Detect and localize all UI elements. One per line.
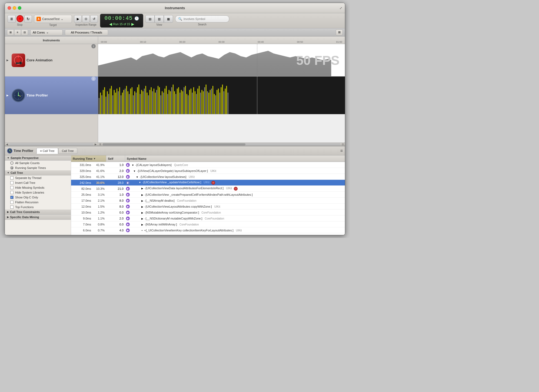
threads-select[interactable]: All Processes / Threads — [65, 29, 108, 35]
sidebar-running-samples[interactable]: Running Sample Times — [5, 165, 71, 170]
pause-button[interactable]: ⏸ — [8, 15, 16, 23]
show-objc-checkbox[interactable]: ✓ — [10, 196, 14, 199]
expand-icon[interactable]: ▶ — [141, 205, 143, 208]
minimize-button[interactable] — [13, 6, 16, 10]
inspection-pause-button[interactable]: ⊙ — [82, 15, 90, 23]
tp-expand-icon[interactable]: ▶ — [5, 77, 10, 114]
top-functions-item[interactable]: Top Functions — [5, 205, 71, 210]
vm-detail-button[interactable]: ⊟ — [21, 29, 28, 35]
tree-row[interactable]: 9.0ms 1.1% 2.0 ▶ ▶ -[__NSDictionaryM mut… — [71, 215, 345, 221]
separate-by-thread-item[interactable]: Separate by Thread — [5, 175, 71, 180]
all-samples-radio[interactable] — [10, 161, 14, 165]
vm-grid-button[interactable]: ⊞ — [7, 29, 14, 35]
expand-icon[interactable]: ⤢ — [340, 6, 342, 10]
timeline-scrollbar[interactable]: ⊞ ⊟ — [98, 142, 345, 146]
inspection-start-button[interactable]: ▶ — [74, 15, 82, 23]
instruments-scrollbar[interactable]: ◀ ▶ — [5, 142, 98, 146]
fullscreen-button[interactable] — [18, 6, 21, 10]
view-left-button[interactable]: ▤ — [145, 15, 155, 23]
tree-row[interactable]: 325.0ms 41.1% 12.0 ▶ ▼ -[UICollectionVie… — [71, 174, 345, 180]
expand-icon[interactable]: + — [141, 229, 143, 232]
timer-next-button[interactable]: ▶ — [131, 22, 134, 26]
target-select[interactable]: A CarouselTest ⌄ — [34, 15, 72, 23]
tree-row[interactable]: 7.0ms 0.8% 0.0 ▶ ▶ -[NSArray initWithArr… — [71, 221, 345, 227]
timer-prev-button[interactable]: ◀ — [109, 22, 112, 26]
method-name: -[UICollectionViewLayoutAttributes copyW… — [145, 205, 212, 208]
close-button[interactable] — [8, 6, 11, 10]
data-mining-header[interactable]: ▶ Specific Data Mining — [5, 215, 71, 220]
time-profiler-row[interactable]: ▶ — [5, 77, 98, 114]
svg-rect-69 — [170, 91, 171, 114]
svg-rect-62 — [160, 95, 161, 114]
ca-expand-icon[interactable]: ▶ — [5, 44, 10, 76]
tl-scrollbar-track[interactable] — [102, 143, 341, 145]
top-functions-checkbox[interactable] — [10, 205, 14, 209]
bottom-menu-button[interactable]: ≡ — [340, 148, 343, 153]
tree-row[interactable]: 329.0ms 41.6% 2.0 ▶ ▼ -[UIView(CALayerDe… — [71, 168, 345, 174]
tree-row[interactable]: 25.0ms 3.1% 1.0 ▶ ▶ -[UICollectionView _… — [71, 192, 345, 198]
scrollbar-track[interactable] — [9, 143, 94, 145]
expand-icon[interactable]: ▶ — [141, 200, 143, 202]
expand-icon[interactable]: ▼ — [132, 164, 134, 167]
tree-row-highlighted[interactable]: 242.0ms 30.6% 28.0 ▶ ▼ -[UICollectionVie… — [71, 180, 345, 186]
ca-icon — [12, 54, 25, 67]
expand-icon[interactable]: ▼ — [133, 170, 136, 172]
hide-missing-checkbox[interactable] — [10, 186, 14, 189]
dm-triangle-icon: ▶ — [7, 216, 9, 218]
refresh-button[interactable]: ↻ — [24, 15, 32, 23]
navigate-icon2[interactable]: → — [234, 187, 238, 191]
vm-list-button[interactable]: ≡ — [14, 29, 21, 35]
show-objc-item[interactable]: ✓ Show Obj-C Only — [5, 195, 71, 200]
record-button[interactable] — [16, 15, 24, 22]
separate-thread-checkbox[interactable] — [10, 176, 14, 180]
svg-rect-36 — [125, 89, 125, 114]
hide-system-checkbox[interactable] — [10, 191, 14, 194]
expand-icon[interactable]: ▶ — [141, 211, 143, 214]
tp-info-button[interactable]: i — [91, 77, 96, 81]
expand-icon[interactable]: ▼ — [136, 176, 138, 178]
cores-select[interactable]: All Cores ⌄ — [30, 29, 63, 35]
tree-row[interactable]: 331.0ms 41.9% 1.0 ▶ ▼ -[CALayer layoutSu… — [71, 162, 345, 168]
expand-icon[interactable]: ▶ — [141, 194, 143, 196]
scroll-left-icon[interactable]: ◀ — [6, 143, 8, 146]
sample-perspective-label: Sample Perspective — [11, 156, 39, 160]
tree-row[interactable]: 10.0ms 1.2% 0.0 ▶ ▶ -[NSMutableArray sor… — [71, 210, 345, 215]
navigate-icon[interactable]: → — [211, 181, 215, 185]
scroll-right-icon[interactable]: ▶ — [95, 143, 97, 146]
col-running-time[interactable]: Running Time ▼ — [71, 155, 106, 162]
tree-row[interactable]: 12.0ms 1.5% 8.0 ▶ ▶ -[UICollectionViewLa… — [71, 204, 345, 210]
timer-time: 00:00:45 — [104, 15, 132, 21]
cell-pct: 2.1% — [93, 199, 106, 202]
tab-call-tree-1[interactable]: ≡ Call Tree — [36, 148, 58, 154]
expand-icon[interactable]: ▼ — [139, 181, 141, 184]
tab-call-tree-2[interactable]: Call Tree — [58, 148, 77, 154]
sidebar-all-samples[interactable]: All Sample Counts — [5, 161, 71, 165]
col-self[interactable]: Self — [106, 155, 125, 162]
inspection-stop-button[interactable]: ↺ — [90, 15, 98, 23]
view-center-button[interactable]: ▥ — [155, 15, 164, 23]
expand-icon[interactable]: ▶ — [141, 223, 143, 226]
expand-icon[interactable]: ▶ — [141, 217, 143, 220]
invert-call-tree-item[interactable]: Invert Call Tree — [5, 180, 71, 185]
core-animation-row[interactable]: ▶ Core Animation i — [5, 44, 98, 77]
ca-info-button[interactable]: i — [91, 44, 96, 48]
cell-icon: ▶ — [125, 193, 131, 197]
tree-row[interactable]: 82.0ms 10.3% 21.0 ▶ ▶ -[UICollectionView… — [71, 186, 345, 192]
hide-missing-item[interactable]: Hide Missing Symbols — [5, 185, 71, 190]
cell-self: 0.0 — [106, 211, 125, 214]
svg-rect-98 — [210, 90, 211, 114]
tree-row[interactable]: 6.0ms 0.7% 4.0 ▶ + +[_UICollectionViewIt… — [71, 227, 345, 233]
hide-system-item[interactable]: Hide System Libraries — [5, 190, 71, 195]
tree-row[interactable]: 17.0ms 2.1% 8.0 ▶ ▶ -[__NSArrayM dealloc… — [71, 198, 345, 204]
view-right-button[interactable]: ▦ — [164, 15, 173, 23]
invert-tree-checkbox[interactable] — [10, 181, 14, 184]
search-input[interactable] — [184, 17, 224, 21]
constraints-header[interactable]: ▶ Call Tree Constraints — [5, 210, 71, 215]
running-samples-radio[interactable] — [10, 166, 14, 170]
expand-icon[interactable]: ▶ — [141, 187, 143, 190]
col-symbol[interactable]: Symbol Name — [125, 155, 345, 162]
detail-button[interactable]: ⊞ — [336, 29, 343, 35]
flatten-checkbox[interactable] — [10, 201, 14, 204]
search-box[interactable]: 🔍 — [175, 15, 229, 22]
flatten-recursion-item[interactable]: Flatten Recursion — [5, 200, 71, 205]
